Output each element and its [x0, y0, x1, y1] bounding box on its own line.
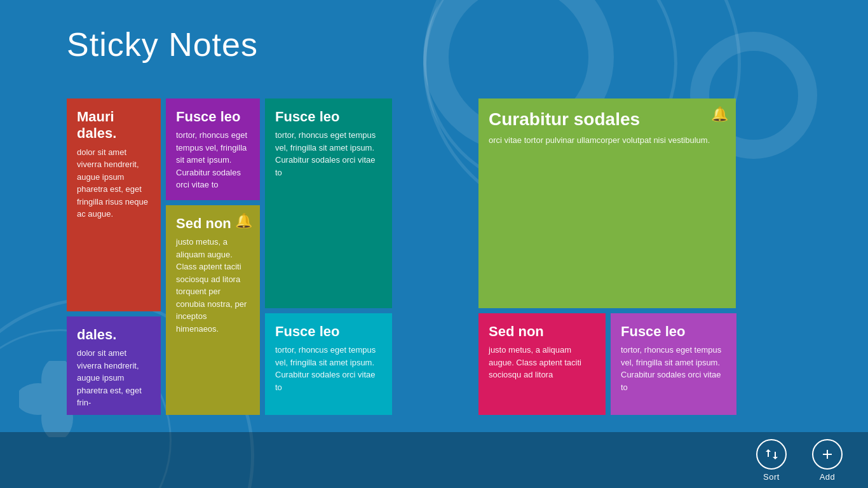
bottom-bar: Sort Add: [0, 432, 868, 488]
note-title: Fusce leo: [176, 109, 250, 125]
sort-icon-container: [756, 439, 787, 470]
col-4: 🔔 Curabitur sodales orci vitae tortor pu…: [478, 98, 736, 415]
note-tile[interactable]: Fusce leo tortor, rhoncus eget tempus ve…: [166, 98, 260, 200]
note-title: dales.: [77, 327, 151, 343]
note-body: justo metus, a aliquam augue. Class apte…: [489, 344, 595, 381]
note-title: Curabitur sodales: [489, 109, 726, 130]
note-body: justo metus, a aliquam augue. Class apte…: [176, 236, 250, 335]
note-body: tortor, rhoncus eget tempus vel, fringil…: [275, 344, 382, 393]
add-icon: [820, 447, 835, 462]
note-tile[interactable]: dales. dolor sit amet viverra hen­drerit…: [67, 316, 161, 415]
note-body: orci vitae tortor pulvinar ullamcorper v…: [489, 134, 726, 147]
col-3: Fusce leo tortor, rhoncus eget tempus ve…: [265, 98, 392, 415]
page-title: Sticky Notes: [67, 25, 258, 64]
note-body: dolor sit amet viverra hen­drerit, augue…: [77, 146, 151, 220]
note-tile[interactable]: Sed non justo metus, a aliquam augue. Cl…: [478, 313, 606, 415]
note-body: tortor, rhoncus eget tempus vel, fringil…: [275, 129, 382, 179]
col-2: Fusce leo tortor, rhoncus eget tempus ve…: [166, 98, 260, 415]
note-title: Fusce leo: [275, 109, 382, 125]
note-tile[interactable]: Fusce leo tortor, rhoncus eget tempus ve…: [265, 313, 392, 415]
bell-icon: 🔔: [711, 106, 728, 123]
note-body: tortor, rhoncus eget tempus vel, fringil…: [176, 129, 250, 191]
notes-container: Mauri dales. dolor sit amet viverra hen­…: [67, 98, 736, 415]
svg-point-3: [19, 383, 60, 415]
sort-action[interactable]: Sort: [756, 439, 787, 482]
col-1: Mauri dales. dolor sit amet viverra hen­…: [67, 98, 161, 415]
note-tile[interactable]: 🔔 Curabitur sodales orci vitae tortor pu…: [478, 98, 736, 308]
note-body: tortor, rhoncus eget tempus vel, fringil…: [621, 344, 726, 393]
bell-icon: 🔔: [235, 213, 252, 229]
note-title: Fusce leo: [621, 323, 726, 340]
note-title: Fusce leo: [275, 323, 382, 340]
bottom-row: Sed non justo metus, a aliquam augue. Cl…: [478, 313, 736, 415]
add-label: Add: [820, 472, 836, 482]
note-tile[interactable]: Fusce leo tortor, rhoncus eget tempus ve…: [611, 313, 736, 415]
add-action[interactable]: Add: [812, 439, 843, 482]
note-title: Mauri dales.: [77, 109, 151, 142]
add-icon-container: [812, 439, 843, 470]
note-title: Sed non: [489, 323, 595, 340]
note-body: dolor sit amet viverra hen­drerit, augue…: [77, 347, 151, 409]
sort-icon: [764, 447, 779, 462]
note-tile[interactable]: 🔔 Sed non justo metus, a aliquam augue. …: [166, 205, 260, 415]
sort-label: Sort: [763, 472, 780, 482]
note-tile[interactable]: Fusce leo tortor, rhoncus eget tempus ve…: [265, 98, 392, 308]
note-tile[interactable]: Mauri dales. dolor sit amet viverra hen­…: [67, 98, 161, 311]
